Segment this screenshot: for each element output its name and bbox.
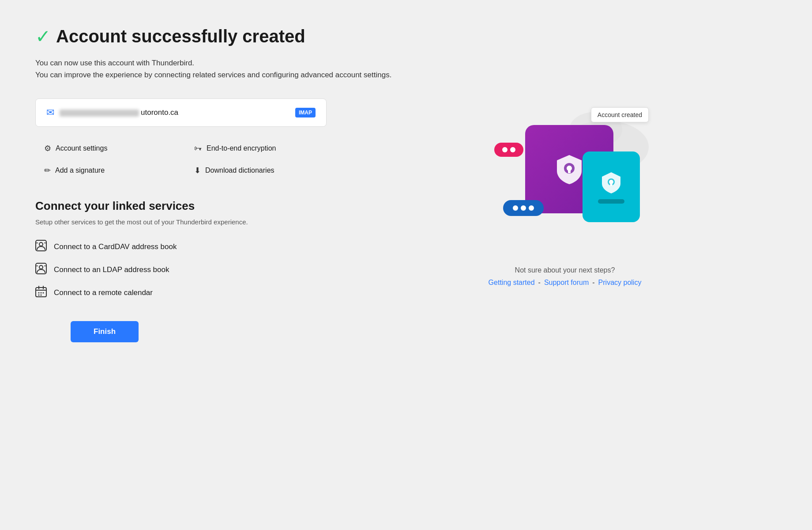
svg-rect-18 xyxy=(568,171,571,173)
blue-bubble xyxy=(503,200,544,216)
list-item[interactable]: Connect to an LDAP address book xyxy=(35,263,327,277)
subtitle: You can now use this account with Thunde… xyxy=(35,57,777,81)
signature-option[interactable]: ✏ Add a signature xyxy=(44,163,177,178)
left-column: ✉ utoronto.ca IMAP ⚙ Account settings 🗝 … xyxy=(35,98,327,342)
dot-b xyxy=(521,205,526,211)
linked-services-section: Connect your linked services Setup other… xyxy=(35,199,327,300)
svg-point-12 xyxy=(38,292,40,293)
section-title: Connect your linked services xyxy=(35,199,327,213)
email-card: ✉ utoronto.ca IMAP xyxy=(35,98,327,127)
help-text: Not sure about your next steps? xyxy=(515,266,615,274)
carddav-label: Connect to a CardDAV address book xyxy=(54,242,177,251)
cyan-bar xyxy=(598,199,624,204)
illustration: Account created xyxy=(481,107,649,249)
dot-a xyxy=(513,205,518,211)
separator-2: - xyxy=(592,279,594,287)
account-options-grid: ⚙ Account settings 🗝 End-to-end encrypti… xyxy=(35,141,327,178)
svg-rect-20 xyxy=(610,184,612,186)
help-links: Getting started - Support forum - Privac… xyxy=(489,279,642,287)
getting-started-link[interactable]: Getting started xyxy=(489,279,535,287)
account-settings-label: Account settings xyxy=(56,144,107,152)
calendar-label: Connect to a remote calendar xyxy=(54,288,153,297)
ldap-icon xyxy=(35,263,47,277)
account-settings-option[interactable]: ⚙ Account settings xyxy=(44,141,177,156)
svg-point-15 xyxy=(38,294,40,295)
svg-point-16 xyxy=(41,294,42,295)
settings-icon: ⚙ xyxy=(44,144,51,153)
pink-bubble xyxy=(494,143,523,157)
key-icon: 🗝 xyxy=(194,144,202,153)
shield-icon xyxy=(552,151,587,187)
signature-label: Add a signature xyxy=(55,167,105,174)
dot-c xyxy=(529,205,534,211)
imap-badge: IMAP xyxy=(295,108,316,117)
calendar-icon xyxy=(35,286,47,300)
dot-1 xyxy=(502,147,508,152)
list-item[interactable]: Connect to a remote calendar xyxy=(35,286,327,300)
carddav-icon xyxy=(35,240,47,254)
separator-1: - xyxy=(538,279,541,287)
email-icon: ✉ xyxy=(46,107,54,118)
cyan-card xyxy=(583,151,640,222)
svg-point-5 xyxy=(39,265,43,269)
pen-icon: ✏ xyxy=(44,166,51,175)
svg-point-1 xyxy=(39,242,43,246)
privacy-policy-link[interactable]: Privacy policy xyxy=(598,279,642,287)
download-icon: ⬇ xyxy=(194,166,201,175)
account-created-tooltip: Account created xyxy=(591,107,649,122)
success-checkmark: ✓ xyxy=(35,27,51,46)
encryption-label: End-to-end encryption xyxy=(207,144,276,152)
page-title: Account successfully created xyxy=(56,26,305,46)
section-subtitle: Setup other services to get the most out… xyxy=(35,217,327,227)
svg-point-14 xyxy=(43,292,44,293)
list-item[interactable]: Connect to a CardDAV address book xyxy=(35,240,327,254)
encryption-option[interactable]: 🗝 End-to-end encryption xyxy=(194,141,327,156)
service-list: Connect to a CardDAV address book Connec… xyxy=(35,240,327,300)
svg-point-13 xyxy=(41,292,42,293)
right-column: Account created xyxy=(353,98,777,287)
support-forum-link[interactable]: Support forum xyxy=(544,279,589,287)
dictionaries-label: Download dictionaries xyxy=(205,167,274,174)
dot-2 xyxy=(510,147,515,152)
cyan-shield-icon xyxy=(599,170,624,195)
email-address: utoronto.ca xyxy=(60,108,178,117)
page-header: ✓ Account successfully created xyxy=(35,26,777,46)
ldap-label: Connect to an LDAP address book xyxy=(54,265,169,274)
dictionaries-option[interactable]: ⬇ Download dictionaries xyxy=(194,163,327,178)
finish-button[interactable]: Finish xyxy=(71,321,139,342)
